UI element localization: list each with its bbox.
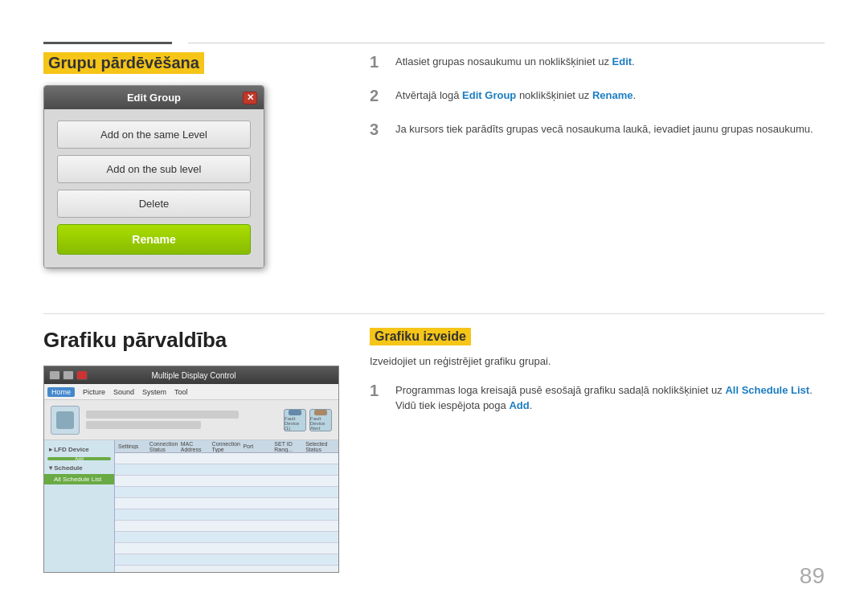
col-set-id: SET ID Rang... bbox=[274, 441, 304, 452]
section2-step-1: 1 Programmas loga kreisajā pusē esošajā … bbox=[370, 381, 825, 414]
section-divider bbox=[43, 313, 825, 314]
minimize-button[interactable] bbox=[49, 370, 60, 380]
col-conn-status: Connection Status bbox=[149, 441, 179, 452]
table-row bbox=[115, 509, 338, 521]
app-toolbar: Fault Device (1) Fault Device Alert bbox=[44, 400, 338, 440]
table-row bbox=[115, 498, 338, 509]
rename-button[interactable]: Rename bbox=[57, 224, 251, 255]
table-row bbox=[115, 453, 338, 464]
table-row bbox=[115, 476, 338, 487]
col-selected: Selected Status bbox=[305, 441, 335, 452]
step-1-number: 1 bbox=[370, 52, 386, 72]
window-buttons bbox=[49, 370, 88, 380]
app-screenshot: Multiple Display Control Home Picture So… bbox=[43, 366, 339, 573]
app-table-header: Settings Connection Status MAC Address C… bbox=[115, 440, 338, 453]
subsection-title: Grafiku izveide bbox=[370, 328, 471, 345]
menu-sound[interactable]: Sound bbox=[113, 388, 134, 396]
step-2-text: Atvērtajā logā Edit Group noklikšķiniet … bbox=[395, 86, 825, 104]
table-row bbox=[115, 464, 338, 476]
section1-left: Grupu pārdēvēšana Edit Group ✕ Add on th… bbox=[43, 52, 349, 268]
col-port: Port bbox=[243, 443, 272, 449]
menu-picture[interactable]: Picture bbox=[83, 388, 105, 396]
page-number: 89 bbox=[800, 563, 825, 589]
dialog-close-button[interactable]: ✕ bbox=[243, 92, 257, 104]
col-settings: Settings bbox=[118, 443, 148, 449]
edit-group-dialog: Edit Group ✕ Add on the same Level Add o… bbox=[43, 85, 264, 268]
sidebar-all-schedule[interactable]: All Schedule List bbox=[44, 474, 114, 484]
menu-tool[interactable]: Tool bbox=[174, 388, 188, 396]
app-menubar: Home Picture Sound System Tool bbox=[44, 384, 338, 400]
sidebar-schedule-header: ▾ Schedule bbox=[44, 462, 114, 474]
col-conn-type: Connection Type bbox=[212, 441, 242, 452]
col-mac: MAC Address bbox=[181, 441, 211, 452]
app-main-area: Settings Connection Status MAC Address C… bbox=[115, 440, 338, 573]
section2-steps: 1 Programmas loga kreisajā pusē esošajā … bbox=[370, 381, 825, 414]
section2-step-1-number: 1 bbox=[370, 381, 386, 400]
fault-device-icon[interactable]: Fault Device (1) bbox=[284, 409, 306, 431]
table-row bbox=[115, 521, 338, 532]
table-row bbox=[115, 532, 338, 543]
table-row bbox=[115, 543, 338, 554]
menu-home[interactable]: Home bbox=[47, 387, 75, 397]
toolbar-main-icon bbox=[51, 406, 80, 435]
app-content: ▸ LFD Device Add ▾ Schedule All Schedule… bbox=[44, 440, 338, 573]
top-rule bbox=[43, 42, 825, 43]
section2-title: Grafiku pārvaldība bbox=[43, 328, 349, 353]
section2-intro: Izveidojiet un reģistrējiet grafiku grup… bbox=[370, 353, 825, 370]
toolbar-icons: Fault Device (1) Fault Device Alert bbox=[284, 409, 332, 431]
section2-right: Grafiku izveide Izveidojiet un reģistrēj… bbox=[370, 328, 825, 428]
section2-step-1-text: Programmas loga kreisajā pusē esošajā gr… bbox=[395, 381, 825, 414]
sidebar-lfd-header: ▸ LFD Device bbox=[44, 443, 114, 456]
dialog-title: Edit Group bbox=[127, 92, 181, 104]
step-3: 3 Ja kursors tiek parādīts grupas vecā n… bbox=[370, 120, 825, 139]
step-1: 1 Atlasiet grupas nosaukumu un noklikšķi… bbox=[370, 52, 825, 72]
table-row bbox=[115, 554, 338, 566]
app-sidebar: ▸ LFD Device Add ▾ Schedule All Schedule… bbox=[44, 440, 115, 573]
maximize-button[interactable] bbox=[63, 370, 74, 380]
delete-button[interactable]: Delete bbox=[57, 190, 251, 218]
steps-list: 1 Atlasiet grupas nosaukumu un noklikšķi… bbox=[370, 52, 825, 139]
step-2-number: 2 bbox=[370, 86, 386, 105]
step-2: 2 Atvērtajā logā Edit Group noklikšķinie… bbox=[370, 86, 825, 105]
menu-system[interactable]: System bbox=[142, 388, 166, 396]
step-3-number: 3 bbox=[370, 120, 386, 139]
step-1-text: Atlasiet grupas nosaukumu un noklikšķini… bbox=[395, 52, 825, 70]
add-sub-level-button[interactable]: Add on the sub level bbox=[57, 155, 251, 183]
app-table-rows bbox=[115, 453, 338, 566]
table-row bbox=[115, 487, 338, 498]
dialog-titlebar: Edit Group ✕ bbox=[44, 86, 264, 109]
app-titlebar: Multiple Display Control bbox=[44, 366, 338, 384]
section1-right: 1 Atlasiet grupas nosaukumu un noklikšķi… bbox=[370, 52, 825, 153]
fault-alert-icon[interactable]: Fault Device Alert bbox=[309, 409, 332, 431]
add-same-level-button[interactable]: Add on the same Level bbox=[57, 121, 251, 149]
step-3-text: Ja kursors tiek parādīts grupas vecā nos… bbox=[395, 120, 825, 137]
section1-title: Grupu pārdēvēšana bbox=[43, 52, 204, 74]
close-button[interactable] bbox=[76, 370, 88, 380]
dialog-body: Add on the same Level Add on the sub lev… bbox=[44, 109, 264, 268]
section2-left: Grafiku pārvaldība Multiple Display Cont… bbox=[43, 328, 349, 573]
app-window-title: Multiple Display Control bbox=[88, 371, 300, 380]
